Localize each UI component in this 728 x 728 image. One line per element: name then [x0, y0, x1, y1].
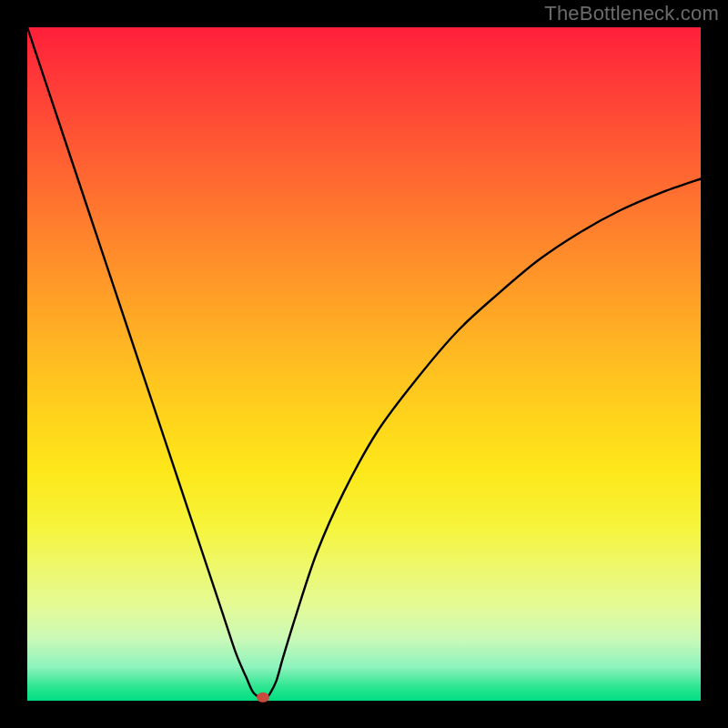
bottleneck-curve — [27, 27, 701, 698]
watermark-text: TheBottleneck.com — [544, 2, 719, 25]
chart-svg — [27, 27, 701, 701]
chart-frame: TheBottleneck.com — [0, 0, 728, 728]
plot-area — [27, 27, 701, 701]
minimum-marker — [257, 693, 269, 703]
